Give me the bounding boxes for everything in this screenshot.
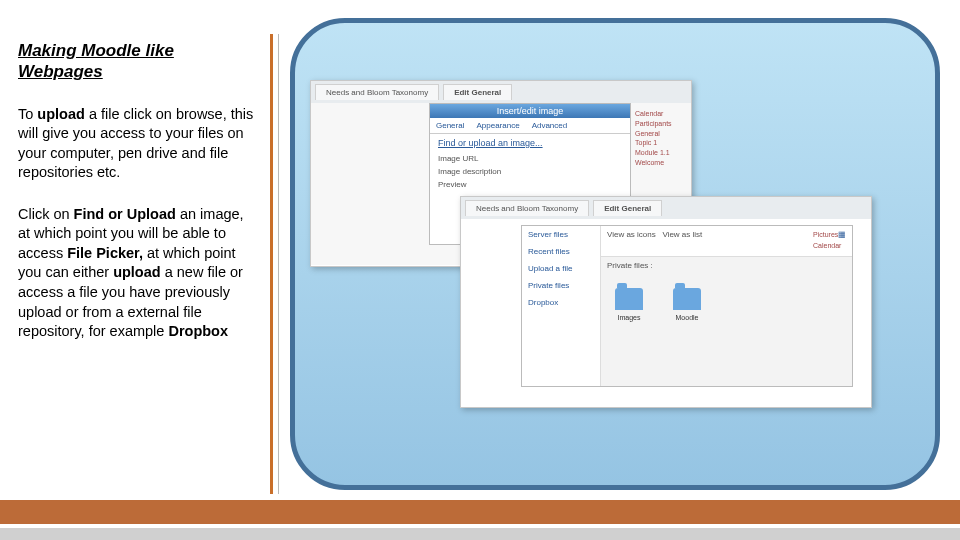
moodle-sidebar-1: Calendar Participants General Topic 1 Mo… xyxy=(635,109,685,168)
side1-item: Participants xyxy=(635,119,685,129)
tab-edit-general-2: Edit General xyxy=(593,200,662,216)
side1-item: Topic 1 xyxy=(635,138,685,148)
folder-icon xyxy=(615,288,643,310)
paragraph-2: Click on Find or Upload an image, at whi… xyxy=(18,205,258,342)
paragraph-1: To upload a file click on browse, this w… xyxy=(18,105,258,183)
side1-item: Module 1.1 Welcome xyxy=(635,148,685,168)
preview-label: Preview xyxy=(430,178,630,191)
p1-t1: To xyxy=(18,106,37,122)
fp-view-list: View as list xyxy=(662,230,702,239)
file-picker-folders: Images Moodle xyxy=(601,274,852,335)
fp-nav-upload: Upload a file xyxy=(522,260,600,277)
fp-breadcrumb: Private files : xyxy=(601,257,852,274)
fp-nav-server: Server files xyxy=(522,226,600,243)
side2-item: Pictures xyxy=(813,229,867,240)
footer-bar-orange xyxy=(0,500,960,524)
footer-bar-gray xyxy=(0,528,960,540)
folder-label: Moodle xyxy=(673,314,701,321)
browser-tabs-2: Needs and Bloom Taxonomy Edit General xyxy=(461,197,871,219)
browser-tabs-1: Needs and Bloom Taxonomy Edit General xyxy=(311,81,691,103)
find-upload-link: Find or upload an image... xyxy=(430,134,630,152)
tab-moodle-page-1: Needs and Bloom Taxonomy xyxy=(315,84,439,100)
folder-images: Images xyxy=(615,288,643,321)
left-text-column: Making Moodle like Webpages To upload a … xyxy=(18,40,258,364)
slide-title: Making Moodle like Webpages xyxy=(18,40,258,83)
p2-b4: Dropbox xyxy=(168,323,228,339)
side1-item: General xyxy=(635,129,685,139)
dialog-tab-general: General xyxy=(430,118,470,133)
p2-b2: File Picker, xyxy=(67,245,143,261)
file-picker-dialog: Server files Recent files Upload a file … xyxy=(521,225,853,387)
side2-item: Calendar xyxy=(813,240,867,251)
screenshot2-body: Server files Recent files Upload a file … xyxy=(461,219,871,405)
dialog-tab-appearance: Appearance xyxy=(470,118,525,133)
folder-moodle: Moodle xyxy=(673,288,701,321)
fp-view-icons: View as icons xyxy=(607,230,656,239)
fp-nav-private: Private files xyxy=(522,277,600,294)
moodle-sidebar-2: Pictures Calendar xyxy=(813,229,867,251)
file-picker-nav: Server files Recent files Upload a file … xyxy=(522,226,601,386)
title-line1: Making Moodle like xyxy=(18,41,174,60)
image-desc-label: Image description xyxy=(430,165,630,178)
image-url-label: Image URL xyxy=(430,152,630,165)
p2-b1: Find or Upload xyxy=(74,206,176,222)
fp-nav-dropbox: Dropbox xyxy=(522,294,600,311)
p2-t1: Click on xyxy=(18,206,74,222)
folder-icon xyxy=(673,288,701,310)
dialog-title: Insert/edit image xyxy=(430,104,630,118)
side1-item: Calendar xyxy=(635,109,685,119)
folder-label: Images xyxy=(615,314,643,321)
screenshot-file-picker: Needs and Bloom Taxonomy Edit General Se… xyxy=(460,196,872,408)
divider-gray xyxy=(278,34,279,494)
dialog-tab-advanced: Advanced xyxy=(526,118,574,133)
p2-b3: upload xyxy=(113,264,161,280)
fp-nav-recent: Recent files xyxy=(522,243,600,260)
p1-b1: upload xyxy=(37,106,85,122)
divider-orange xyxy=(270,34,273,494)
tab-moodle-page-2: Needs and Bloom Taxonomy xyxy=(465,200,589,216)
dialog-tabs: General Appearance Advanced xyxy=(430,118,630,134)
title-line2: Webpages xyxy=(18,62,103,81)
tab-edit-general-1: Edit General xyxy=(443,84,512,100)
